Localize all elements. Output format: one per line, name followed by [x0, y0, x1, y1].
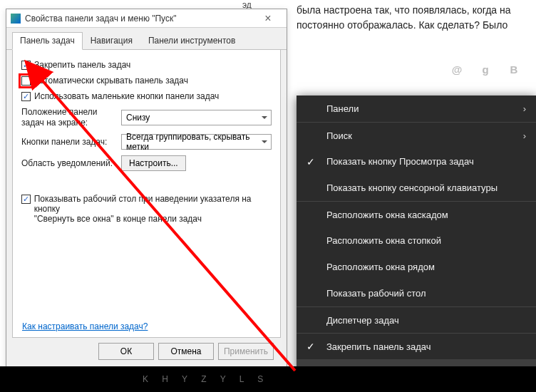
- menu-label: Диспетчер задач: [326, 315, 399, 326]
- ok-button[interactable]: ОК: [98, 343, 154, 360]
- peek-label-l2: "Свернуть все окна" в конце панели задач: [34, 214, 202, 224]
- check-icon: ✓: [306, 341, 315, 352]
- small-buttons-row[interactable]: ✓ Использовать маленькие кнопки панели з…: [21, 91, 272, 101]
- menu-lock-taskbar[interactable]: ✓Закрепить панель задач: [297, 333, 536, 359]
- apply-button[interactable]: Применить: [218, 343, 274, 360]
- bg-line-1: была настроена так, что появлялась, когд…: [297, 4, 511, 16]
- check-icon: ✓: [306, 156, 315, 167]
- customize-button[interactable]: Настроить...: [121, 155, 186, 171]
- menu-label: Закрепить панель задач: [326, 341, 431, 352]
- menu-label: Расположить окна стопкой: [326, 235, 441, 246]
- menu-label: Панели: [326, 103, 359, 114]
- menu-label: Поиск: [326, 130, 352, 141]
- taskbar-context-menu: Панели› Поиск› ✓Показать кнопку Просмотр…: [297, 96, 536, 386]
- buttons-label: Кнопки панели задач:: [21, 137, 121, 148]
- lock-taskbar-label: Закрепить панель задач: [34, 60, 130, 70]
- titlebar: Свойства панели задач и меню "Пуск" ×: [6, 9, 287, 28]
- menu-stacked[interactable]: Расположить окна стопкой: [297, 227, 536, 254]
- tab-toolbars[interactable]: Панели инструментов: [140, 32, 243, 49]
- peek-label: Показывать рабочий стол при наведении ук…: [34, 194, 272, 224]
- checkbox-icon[interactable]: ✓: [21, 195, 31, 204]
- menu-label: Расположить окна каскадом: [326, 210, 448, 220]
- background-paragraph: была настроена так, что появлялась, когд…: [292, 0, 536, 36]
- autohide-label: Автоматически скрывать панель задач: [34, 76, 188, 86]
- buttons-row: Кнопки панели задач: Всегда группировать…: [21, 134, 272, 150]
- taskbar-text: K H Y Z Y L S: [143, 374, 269, 384]
- menu-show-desktop[interactable]: Показать рабочий стол: [297, 280, 536, 306]
- desktop-taskbar[interactable]: K H Y Z Y L S: [0, 366, 536, 392]
- checkbox-icon[interactable]: ✓: [21, 61, 31, 70]
- at-icon[interactable]: @: [450, 63, 463, 76]
- menu-label: Расположить окна рядом: [326, 262, 435, 272]
- menu-side-by-side[interactable]: Расположить окна рядом: [297, 254, 536, 280]
- peek-label-l1: Показывать рабочий стол при наведении ук…: [34, 194, 252, 214]
- close-button[interactable]: ×: [254, 13, 282, 24]
- tab-navigation[interactable]: Навигация: [83, 32, 140, 49]
- checkbox-icon[interactable]: [21, 76, 31, 86]
- odnoklassniki-icon[interactable]: g: [479, 63, 492, 76]
- window-title: Свойства панели задач и меню "Пуск": [25, 14, 254, 24]
- help-link[interactable]: Как настраивать панели задач?: [22, 321, 148, 331]
- buttons-select[interactable]: Всегда группировать, скрывать метки: [121, 134, 272, 150]
- window-icon: [11, 14, 21, 24]
- peek-row[interactable]: ✓ Показывать рабочий стол при наведении …: [21, 194, 272, 224]
- menu-label: Показать кнопку сенсорной клавиатуры: [326, 182, 498, 193]
- menu-search[interactable]: Поиск›: [297, 122, 536, 148]
- tab-taskbar[interactable]: Панель задач: [12, 32, 83, 50]
- autohide-row[interactable]: Автоматически скрывать панель задач: [21, 76, 272, 86]
- menu-label: Показать кнопку Просмотра задач: [326, 156, 474, 167]
- taskbar-properties-dialog: Свойства панели задач и меню "Пуск" × Па…: [6, 9, 287, 368]
- menu-cascade[interactable]: Расположить окна каскадом: [297, 201, 536, 227]
- small-buttons-label: Использовать маленькие кнопки панели зад…: [34, 91, 219, 101]
- social-icons: @ g B: [450, 63, 520, 76]
- position-label: Положение панели задач на экране:: [21, 107, 121, 128]
- menu-touch-keyboard[interactable]: Показать кнопку сенсорной клавиатуры: [297, 175, 536, 201]
- notification-row: Область уведомлений: Настроить...: [21, 155, 272, 171]
- position-select[interactable]: Снизу: [121, 110, 272, 125]
- menu-task-view[interactable]: ✓Показать кнопку Просмотра задач: [297, 148, 536, 175]
- tab-panel: ✓ Закрепить панель задач Автоматически с…: [12, 50, 281, 338]
- position-row: Положение панели задач на экране: Снизу: [21, 107, 272, 128]
- vk-icon[interactable]: B: [507, 63, 520, 76]
- chevron-right-icon: ›: [523, 130, 526, 141]
- position-value: Снизу: [126, 113, 150, 123]
- buttons-value: Всегда группировать, скрывать метки: [126, 132, 258, 152]
- menu-panels[interactable]: Панели›: [297, 96, 536, 122]
- cancel-button[interactable]: Отмена: [158, 343, 214, 360]
- chevron-right-icon: ›: [523, 103, 526, 114]
- dialog-footer: ОК Отмена Применить: [98, 343, 274, 360]
- notification-label: Область уведомлений:: [21, 158, 121, 169]
- menu-task-manager[interactable]: Диспетчер задач: [297, 306, 536, 333]
- checkbox-icon[interactable]: ✓: [21, 92, 31, 101]
- bg-line-2: постоянно отображалась. Как сделать? Был…: [297, 19, 507, 31]
- tab-strip: Панель задач Навигация Панели инструмент…: [6, 28, 287, 50]
- lock-taskbar-row[interactable]: ✓ Закрепить панель задач: [21, 60, 272, 70]
- menu-label: Показать рабочий стол: [326, 288, 426, 299]
